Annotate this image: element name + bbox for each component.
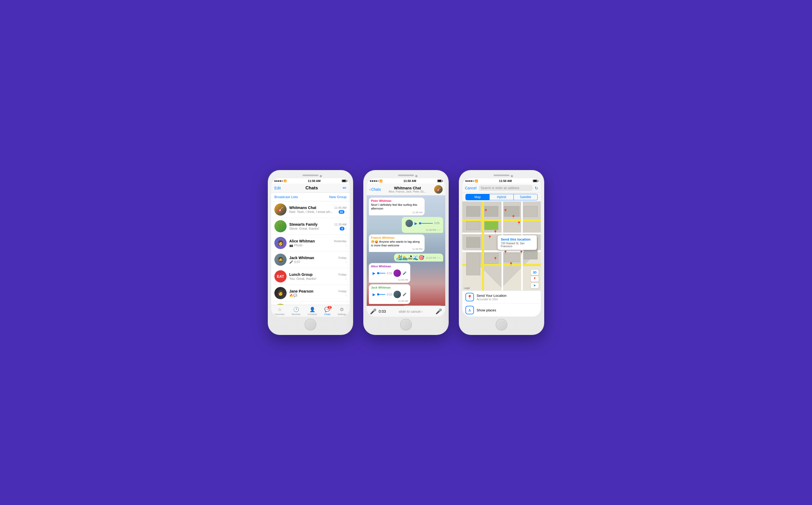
chat-item-lunch[interactable]: EAT Lunch Group Friday You: Great, thank… — [271, 268, 350, 285]
map-pin-8[interactable]: 📍 — [493, 257, 498, 261]
chat-nav-center: Whitmans Chat Alice, Francis, Jack, Pete… — [382, 186, 432, 193]
play-button-1[interactable]: ▶ — [414, 221, 417, 225]
chat-time-jane: Friday — [338, 290, 347, 293]
chats-badge: 2 — [327, 306, 332, 309]
send-location-icon: 📍 — [465, 293, 474, 301]
location-card-title: Send this location — [501, 237, 534, 241]
settings-icon: ⚙ — [340, 307, 344, 312]
avatar-alice: 👩 — [274, 237, 287, 249]
audio-avatar-alice — [394, 270, 401, 277]
chat-info-jane: Jane Pearson Friday 🔥💬 › — [289, 289, 347, 297]
map-pin-4[interactable]: 📍 — [517, 221, 521, 225]
map-location-button[interactable]: ➤ — [531, 283, 539, 288]
chat-name-row-jack: Jack Whitman Friday — [289, 256, 347, 260]
chat-time-lunch: Friday — [338, 273, 347, 276]
chat-info-jack: Jack Whitman Friday 🎤 0:07 › — [289, 256, 347, 264]
edit-button[interactable]: Edit — [274, 186, 281, 190]
phone-2-home-button[interactable] — [400, 319, 412, 330]
map-cancel-button[interactable]: Cancel — [465, 186, 477, 190]
play-button-jack-1[interactable]: ▶ — [373, 292, 376, 297]
send-location-subtitle: Accurate to 10m — [477, 298, 538, 301]
chat-item-jack[interactable]: 🧔 Jack Whitman Friday 🎤 0:07 › — [271, 251, 350, 268]
phone-2-status-right — [437, 180, 442, 182]
emoji-content: 🏄🏊🏖🌊🎯 — [396, 255, 424, 261]
tab-settings[interactable]: ⚙ Settings — [337, 307, 346, 316]
map-pin-9[interactable]: 📍 — [519, 250, 524, 255]
send-location-text: Send Your Location Accurate to 10m — [477, 294, 538, 301]
show-places-text: Show places — [477, 308, 538, 312]
msg-jack-audio-1: Jack Whitman ▶ 0:32 🎤 11:43 AM — [369, 284, 410, 304]
p3-battery — [533, 180, 538, 182]
chat-item-whitmans[interactable]: 🎸 Whitmans Chat 11:45 AM Ned: Yeah, I th… — [271, 201, 350, 218]
avatar-lunch: EAT — [274, 270, 287, 283]
phone-1-time: 11:50 AM — [308, 179, 320, 182]
chat-item-birthday[interactable]: 🏖 Birthday Photos Friday Francis: › — [271, 302, 350, 305]
p3-dot-3 — [469, 180, 470, 182]
msg-francis-text: Francis Whitman 😁😝 Anyone who wants to t… — [369, 234, 425, 252]
segment-hybrid[interactable]: Hybrid — [490, 194, 514, 200]
chat-preview-stewarts: Steve: Great, thanks! — [289, 227, 339, 230]
street-v-1 — [482, 202, 484, 291]
phone-2-time: 11:50 AM — [404, 179, 416, 182]
badge-stewarts: 4 — [340, 227, 345, 230]
search-placeholder: Search or enter an address — [481, 186, 519, 190]
back-button[interactable]: ‹ Chats — [369, 187, 381, 191]
tab-favorites[interactable]: ☆ Favorites — [275, 307, 284, 316]
chat-nav-avatar[interactable]: 🎸 — [434, 185, 443, 194]
send-location-button[interactable]: 📍 Send Your Location Accurate to 10m — [462, 291, 541, 304]
back-chevron: ‹ — [369, 187, 371, 191]
audio-mic-alice: 🎤 — [403, 271, 407, 275]
p2-wifi-icon: 📶 — [379, 180, 382, 182]
phone-1-camera — [320, 175, 322, 177]
broadcast-lists-button[interactable]: Broadcast Lists — [274, 195, 298, 199]
recording-mic-right-icon[interactable]: 🎤 — [435, 308, 442, 315]
map-pin-3[interactable]: 📍 — [511, 215, 516, 219]
chat-time-alice: Yesterday — [333, 239, 347, 243]
chevron-whitmans: › — [346, 210, 347, 214]
phone-3-status-right — [533, 180, 538, 182]
chat-name-row-lunch: Lunch Group Friday — [289, 273, 347, 277]
map-controls: 3D 📍 ➤ — [531, 270, 539, 288]
map-3d-button[interactable]: 3D — [531, 270, 539, 275]
phone-1-home-button[interactable] — [305, 319, 316, 330]
audio-duration-jack-1: 0:32 — [387, 293, 392, 296]
tab-contacts-label: Contacts — [307, 313, 317, 316]
map-pin-green-1[interactable]: 📍 — [493, 230, 498, 234]
chat-name-row-jane: Jane Pearson Friday — [289, 289, 347, 293]
map-pin-5[interactable]: 📍 — [488, 235, 492, 239]
segment-map[interactable]: Map — [465, 194, 490, 200]
tab-contacts[interactable]: 👤 Contacts — [307, 307, 317, 316]
map-pin-7[interactable]: 📍 — [503, 250, 508, 255]
phone-3-camera — [511, 175, 513, 177]
phone-3-home-button[interactable] — [496, 319, 507, 330]
chat-item-stewarts[interactable]: 🌿 Stewarts Family 11:39 AM Steve: Great,… — [271, 218, 350, 235]
chat-item-jane[interactable]: 👩 Jane Pearson Friday 🔥💬 › — [271, 285, 350, 302]
msg-check-emoji: ✓✓ — [437, 257, 441, 259]
play-button-alice[interactable]: ▶ — [373, 271, 376, 275]
chat-item-alice[interactable]: 👩 Alice Whitman Yesterday 📷 Photo › — [271, 235, 350, 251]
chats-title: Chats — [281, 185, 343, 191]
map-pin-button[interactable]: 📍 — [531, 276, 539, 282]
map-refresh-button[interactable]: ↻ — [535, 186, 538, 191]
avatar-stewarts: 🌿 — [274, 220, 287, 232]
chat-preview-row-alice: 📷 Photo › — [289, 243, 347, 247]
p2-battery — [437, 180, 442, 182]
map-pin-1[interactable]: 📍 — [484, 209, 488, 213]
location-card[interactable]: Send this location 720 Howard St, San Fr… — [498, 235, 537, 250]
tab-chats[interactable]: 💬 2 Chats — [324, 307, 330, 316]
show-places-button[interactable]: ∧ Show places — [462, 304, 541, 317]
new-group-button[interactable]: New Group — [329, 195, 347, 199]
msg-text-peter: Nice! I definitely feel like surfing thi… — [371, 203, 422, 211]
wave-dot-1 — [419, 222, 421, 224]
tab-recents[interactable]: 🕐 Recents — [292, 307, 300, 316]
map-background: 📍 📍 📍 📍 📍 📍 📍 📍 📍 📍 📍 Send this location… — [462, 202, 541, 291]
audio-content-jack-1: ▶ 0:32 🎤 — [371, 290, 408, 299]
msg-check-1: ✓✓ — [437, 229, 441, 231]
compose-button[interactable]: ✏ — [343, 185, 347, 191]
segment-satellite[interactable]: Satellite — [514, 194, 538, 200]
map-pin-10[interactable]: 📍 — [509, 262, 513, 266]
map-pin-2[interactable]: 📍 — [503, 209, 508, 213]
phone-1-status-right — [342, 180, 347, 182]
map-search-field[interactable]: Search or enter an address — [479, 185, 533, 191]
recents-icon: 🕐 — [293, 307, 299, 312]
